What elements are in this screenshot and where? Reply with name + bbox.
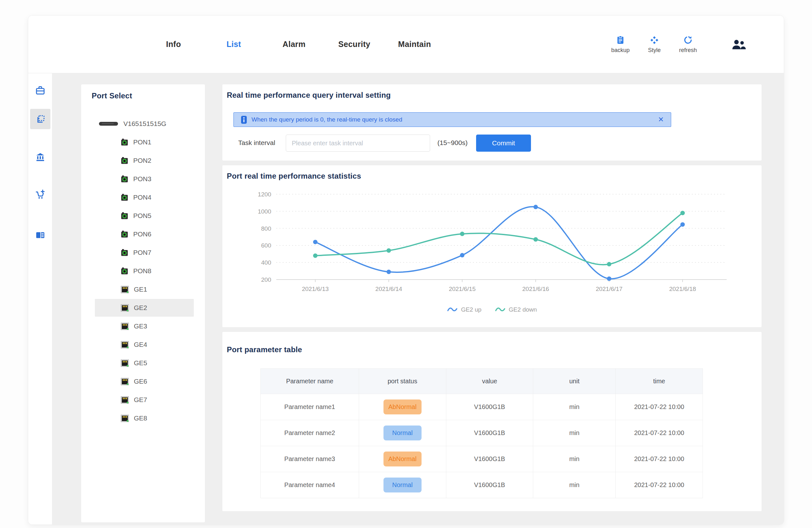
style-icon	[650, 35, 659, 45]
sidebar-item-briefcase[interactable]	[30, 80, 50, 101]
backup-icon	[616, 35, 625, 45]
tree-port-ge3[interactable]: GE3	[81, 317, 205, 336]
status-badge: AbNormal	[383, 399, 422, 414]
tab-info[interactable]: Info	[143, 40, 204, 49]
legend-item-ge2-up[interactable]: GE2 up	[447, 306, 481, 313]
tab-list[interactable]: List	[204, 40, 264, 49]
backup-button[interactable]: backup	[611, 35, 629, 54]
parameter-name-cell: Parameter name2	[261, 420, 359, 446]
value-cell: V1600G1B	[446, 420, 533, 446]
main-area: Port Select V165151515G PON1PON2PON3PON4…	[52, 73, 784, 525]
tree-device-row[interactable]: V165151515G	[81, 115, 205, 133]
svg-text:1000: 1000	[258, 208, 271, 215]
tree-port-pon2[interactable]: PON2	[81, 151, 205, 170]
port-label: GE6	[134, 377, 147, 385]
sidebar-item-ports[interactable]	[30, 109, 50, 129]
banner-close-icon[interactable]: ✕	[658, 116, 664, 123]
ge-port-icon	[121, 415, 129, 422]
tab-maintain[interactable]: Maintain	[385, 40, 445, 49]
users-icon	[731, 38, 746, 51]
tree-port-ge8[interactable]: GE8	[81, 409, 205, 427]
port-label: PON1	[133, 138, 151, 146]
tree-port-pon3[interactable]: PON3	[81, 170, 205, 188]
cart-plus-icon	[35, 189, 45, 200]
tree-port-ge4[interactable]: GE4	[81, 336, 205, 354]
sidebar-item-records[interactable]	[30, 225, 50, 245]
port-select-title: Port Select	[92, 91, 132, 100]
port-status-cell: AbNormal	[359, 394, 446, 420]
pon-port-icon	[121, 157, 128, 165]
ge-port-icon	[121, 286, 129, 293]
statistics-title: Port real time performance statistics	[227, 172, 361, 181]
port-label: PON4	[133, 194, 151, 201]
tree-port-pon7[interactable]: PON7	[81, 243, 205, 262]
time-cell: 2021-07-22 10:00	[616, 420, 703, 446]
ports-copy-icon	[35, 114, 45, 124]
svg-text:200: 200	[261, 276, 271, 283]
table-row: Parameter name2NormalV1600G1Bmin2021-07-…	[261, 420, 703, 446]
content-area: Port Select V165151515G PON1PON2PON3PON4…	[28, 73, 784, 525]
backup-label: backup	[611, 47, 629, 54]
ge-port-icon	[121, 323, 129, 330]
device-icon	[99, 122, 118, 126]
legend-label: GE2 up	[461, 306, 481, 313]
svg-text:2021/6/18: 2021/6/18	[669, 286, 696, 292]
user-menu-button[interactable]	[731, 38, 746, 51]
tree-port-pon4[interactable]: PON4	[81, 188, 205, 206]
chart-legend: GE2 upGE2 down	[222, 306, 762, 313]
style-button[interactable]: Style	[648, 35, 661, 54]
task-interval-input[interactable]	[286, 134, 430, 152]
pon-port-icon	[121, 138, 128, 146]
value-cell: V1600G1B	[446, 446, 533, 472]
tree-port-ge5[interactable]: GE5	[81, 354, 205, 372]
column-header-unit: unit	[533, 369, 616, 394]
pon-port-icon	[121, 194, 128, 201]
table-header-row: Parameter nameport statusvalueunittime	[261, 369, 703, 394]
pon-port-icon	[121, 267, 128, 275]
parameter-table-panel: Port parameter table Parameter nameport …	[222, 332, 762, 511]
tree-port-ge2[interactable]: GE2	[81, 299, 205, 317]
table-row: Parameter name3AbNormalV1600G1Bmin2021-0…	[261, 446, 703, 472]
range-hint: (15~900s)	[437, 139, 467, 147]
device-label: V165151515G	[124, 120, 166, 128]
legend-item-ge2-down[interactable]: GE2 down	[495, 306, 537, 313]
sidebar-item-orders[interactable]	[30, 184, 50, 205]
tab-security[interactable]: Security	[324, 40, 385, 49]
tab-alarm[interactable]: Alarm	[264, 40, 324, 49]
svg-text:2021/6/16: 2021/6/16	[522, 286, 549, 292]
tree-port-pon5[interactable]: PON5	[81, 206, 205, 225]
port-label: PON7	[133, 249, 151, 256]
tree-port-ge6[interactable]: GE6	[81, 372, 205, 390]
port-status-cell: AbNormal	[359, 446, 446, 472]
icon-sidebar	[28, 73, 52, 525]
tree-port-pon1[interactable]: PON1	[81, 133, 205, 151]
legend-wave-icon	[447, 306, 458, 313]
legend-label: GE2 down	[509, 306, 537, 313]
svg-text:800: 800	[261, 225, 271, 232]
table-row: Parameter name4NormalV1600G1Bmin2021-07-…	[261, 472, 703, 498]
tree-port-ge1[interactable]: GE1	[81, 280, 205, 299]
ge-port-icon	[121, 359, 129, 367]
port-label: PON6	[133, 230, 151, 238]
task-interval-label: Task interval	[238, 139, 275, 147]
refresh-label: refresh	[679, 47, 697, 54]
refresh-button[interactable]: refresh	[679, 35, 697, 54]
commit-button[interactable]: Commit	[476, 134, 531, 152]
task-interval-row: Task interval (15~900s) Commit	[222, 134, 762, 152]
pon-port-icon	[121, 230, 128, 238]
svg-text:2021/6/13: 2021/6/13	[302, 286, 329, 292]
ge-port-icon	[121, 396, 129, 404]
time-cell: 2021-07-22 10:00	[616, 472, 703, 498]
sidebar-item-organization[interactable]	[30, 147, 50, 167]
unit-cell: min	[533, 394, 616, 420]
tree-port-ge7[interactable]: GE7	[81, 390, 205, 409]
column-header-time: time	[616, 369, 703, 394]
unit-cell: min	[533, 446, 616, 472]
value-cell: V1600G1B	[446, 394, 533, 420]
tree-port-pon8[interactable]: PON8	[81, 262, 205, 280]
pon-port-icon	[121, 249, 128, 256]
tree-port-pon6[interactable]: PON6	[81, 225, 205, 243]
svg-text:1200: 1200	[258, 191, 271, 198]
column-header-value: value	[446, 369, 533, 394]
port-label: PON5	[133, 212, 151, 219]
